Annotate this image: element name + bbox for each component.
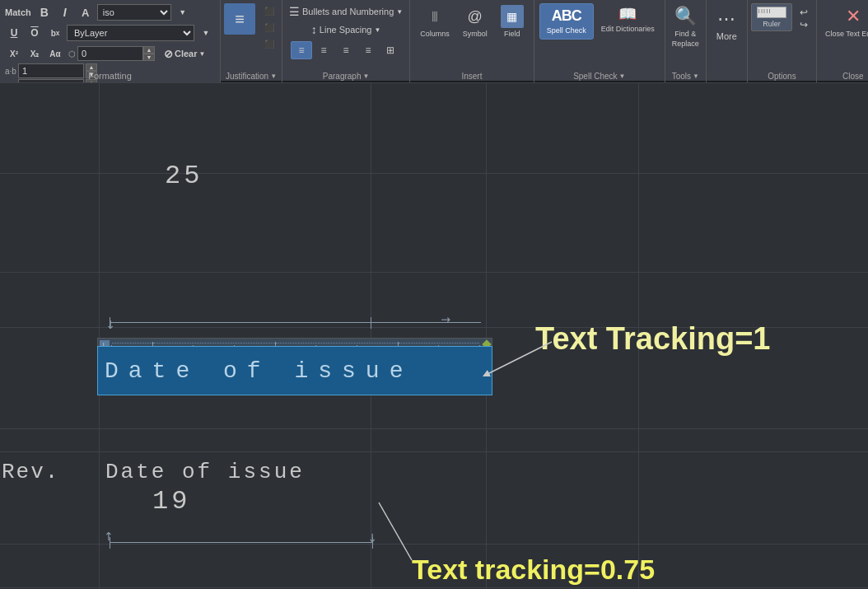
grid-line-h1: [0, 82, 868, 83]
redo-button[interactable]: ↪: [795, 19, 813, 30]
layer-select[interactable]: ByLayer: [67, 25, 194, 41]
annotation-tracking-075: Text tracking=0.75: [412, 554, 655, 586]
grid-line-v1: [99, 82, 100, 589]
field-button[interactable]: ▦ Field: [496, 3, 529, 40]
match-label: Match: [5, 7, 31, 17]
close-section-label: Close: [842, 72, 864, 81]
layer-dropdown-button[interactable]: ▼: [197, 24, 215, 42]
grid-line-v2: [371, 82, 371, 589]
italic-button[interactable]: I: [56, 3, 74, 21]
justify-top-left-button[interactable]: ⬛: [260, 3, 278, 18]
align-distribute-icon: ⊞: [386, 44, 394, 56]
more-icon: ⋯: [717, 8, 735, 30]
close-text-editor-button[interactable]: ✕ Close Text Editor: [820, 3, 868, 70]
align-center-button[interactable]: ≡: [313, 41, 334, 59]
find-replace-button[interactable]: 🔍 Find & Replace: [669, 3, 702, 50]
ruler-icon: [757, 7, 786, 18]
field-icon: ▦: [501, 5, 524, 28]
svg-line-1: [379, 503, 412, 560]
dim-arrow-left: ↙: [102, 316, 119, 332]
clear-button[interactable]: ⊘ Clear ▼: [161, 44, 208, 63]
align-distribute-button[interactable]: ⊞: [380, 41, 401, 59]
align-left-button[interactable]: ≡: [291, 41, 312, 59]
font-select[interactable]: iso: [97, 4, 171, 21]
align-justify-icon: ≡: [366, 44, 371, 56]
align-center-icon: ≡: [321, 44, 327, 56]
spell-expand-icon[interactable]: ▼: [619, 72, 626, 80]
grid-line-v3: [486, 82, 487, 589]
justification-section: ≡ ⬛ ⬛ ⬛ Justification ▼: [221, 0, 282, 82]
justification-label: Justification: [226, 72, 268, 81]
number-25: 25: [165, 161, 203, 191]
columns-button[interactable]: ⫴ Columns: [415, 3, 455, 40]
tools-label: Tools: [672, 72, 691, 81]
columns-icon: ⫴: [423, 5, 446, 28]
more-button[interactable]: ⋯ More: [712, 3, 742, 81]
close-icon: ✕: [842, 5, 865, 28]
grid-line-h7: [0, 544, 868, 545]
font-dropdown-button[interactable]: ▼: [174, 3, 192, 21]
close-section: ✕ Close Text Editor Close: [817, 0, 868, 82]
dim-line-h-b: [110, 542, 373, 543]
justification-expand-icon[interactable]: ▼: [270, 72, 277, 80]
paragraph-expand-icon[interactable]: ▼: [363, 72, 370, 80]
line-spacing-dropdown-icon: ▼: [374, 26, 380, 34]
line-spacing-icon: ↕: [311, 23, 317, 36]
align-right-button[interactable]: ≡: [335, 41, 357, 59]
grid-line-v4: [638, 82, 639, 589]
overline-button[interactable]: O: [26, 24, 44, 42]
grid-line-h3: [0, 272, 868, 273]
justify-icon: ≡: [235, 10, 245, 29]
grid-line-h6: [0, 451, 868, 452]
grid-line-h5: [0, 428, 868, 429]
rev-text: Rev.: [2, 460, 59, 484]
case-button[interactable]: Aα: [46, 44, 64, 63]
width-input[interactable]: 0: [77, 46, 143, 61]
dim-tick-right: [371, 317, 371, 329]
bullets-dropdown-icon: ▼: [396, 8, 403, 16]
line-spacing-button[interactable]: ↕ Line Spacing ▼: [308, 21, 385, 38]
ruler-button[interactable]: Ruler: [751, 3, 792, 31]
paragraph-label: Paragraph: [323, 72, 362, 81]
symbol-icon: @: [464, 5, 487, 28]
bold-button[interactable]: B: [35, 3, 54, 21]
spell-check-icon: ABC: [552, 7, 581, 25]
edit-dict-icon: 📖: [618, 5, 637, 23]
tracking-spin-up[interactable]: ▲: [86, 63, 97, 71]
clear-icon: ⊘: [164, 48, 173, 60]
formatting-label: Formatting: [88, 71, 132, 81]
allcaps-button[interactable]: A: [77, 3, 95, 21]
symbol-button[interactable]: @ Symbol: [458, 3, 492, 40]
text-edit-box[interactable]: Date of issue: [97, 346, 492, 395]
justify-bot-button[interactable]: ⬛: [260, 36, 278, 51]
superscript-button[interactable]: X²: [5, 44, 23, 63]
edit-dictionaries-button[interactable]: 📖 Edit Dictionaries: [596, 3, 660, 35]
underline-button[interactable]: U: [5, 24, 23, 42]
width-spin-up[interactable]: ▲: [143, 46, 155, 54]
justification-main-button[interactable]: ≡: [224, 3, 255, 35]
justify-mid-button[interactable]: ⬛: [260, 20, 278, 35]
date-text-lower: Date of issue: [105, 460, 305, 484]
annotation2-arrow: [371, 494, 469, 568]
text-edit-content: Date of issue: [105, 358, 413, 384]
find-replace-icon: 🔍: [674, 5, 697, 28]
tools-expand-icon[interactable]: ▼: [693, 72, 699, 80]
tracking-input[interactable]: 1: [18, 63, 84, 78]
insert-label: Insert: [461, 72, 482, 81]
options-section: Ruler ↩ ↪ Options: [748, 0, 817, 82]
subscript-button[interactable]: X₂: [26, 44, 44, 63]
undo-button[interactable]: ↩: [795, 7, 813, 18]
width-spin-down[interactable]: ▼: [143, 54, 155, 61]
align-left-icon: ≡: [299, 44, 305, 56]
bullets-numbering-button[interactable]: ☰ Bullets and Numbering ▼: [286, 3, 406, 20]
special-button[interactable]: bx: [46, 24, 64, 42]
ribbon: Match B I A iso ▼ U O bx ByLayer ▼: [0, 0, 868, 82]
align-justify-button[interactable]: ≡: [357, 41, 379, 59]
tools-section: 🔍 Find & Replace Tools ▼: [665, 0, 707, 82]
paragraph-section: ☰ Bullets and Numbering ▼ ↕ Line Spacing…: [282, 0, 410, 82]
grid-line-h2: [0, 173, 868, 174]
svg-line-0: [486, 342, 552, 375]
number-19: 19: [152, 486, 190, 517]
spell-check-button[interactable]: ABC Spell Check: [539, 3, 594, 40]
dim-arrow-right: ↗: [438, 311, 455, 328]
